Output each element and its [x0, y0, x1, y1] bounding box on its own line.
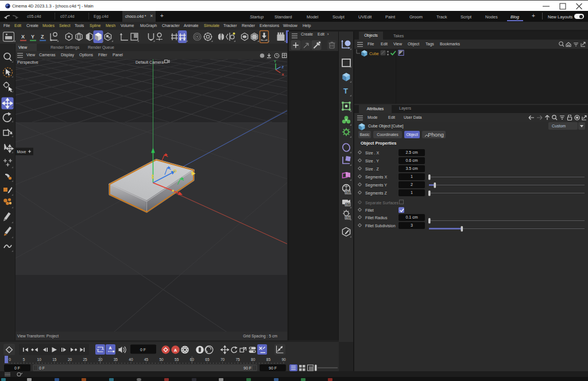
svg-text:Grid Spacing : 5 cm: Grid Spacing : 5 cm — [243, 334, 277, 339]
svg-text:90 F: 90 F — [243, 366, 252, 370]
svg-text:0: 0 — [9, 357, 11, 361]
svg-text:ST: ST — [346, 203, 350, 206]
svg-text:10: 10 — [37, 357, 42, 361]
svg-text:Default Camera: Default Camera — [136, 60, 164, 64]
svg-text:0 F: 0 F — [39, 366, 45, 370]
svg-text:T: T — [343, 87, 348, 95]
svg-text:A: A — [109, 346, 112, 350]
svg-text:Cube: Cube — [369, 52, 379, 56]
svg-text:80: 80 — [251, 357, 256, 361]
svg-text:35: 35 — [114, 357, 118, 361]
svg-text:45: 45 — [144, 357, 149, 361]
svg-text:25: 25 — [83, 357, 87, 361]
svg-text:0 F: 0 F — [14, 366, 20, 370]
svg-text:Z: Z — [41, 34, 44, 40]
svg-text:Move: Move — [17, 150, 26, 154]
svg-text:A: A — [253, 34, 256, 40]
svg-text:15: 15 — [52, 357, 57, 361]
svg-text:5: 5 — [23, 357, 25, 361]
svg-text:40: 40 — [129, 357, 133, 361]
svg-text:0 F: 0 F — [140, 348, 146, 352]
svg-text:65: 65 — [205, 357, 210, 361]
svg-text:55: 55 — [175, 357, 179, 361]
svg-text:ST: ST — [346, 216, 350, 219]
svg-text:X: X — [21, 34, 25, 40]
svg-text:Y: Y — [31, 34, 34, 40]
svg-text:20: 20 — [68, 357, 72, 361]
svg-text:X: X — [282, 73, 284, 76]
svg-text:70: 70 — [220, 357, 225, 361]
svg-text:Perspective: Perspective — [17, 60, 38, 65]
svg-text:A: A — [174, 348, 177, 353]
svg-text:90: 90 — [281, 357, 286, 361]
svg-text:View Transform: Project: View Transform: Project — [17, 334, 59, 339]
svg-text:75: 75 — [235, 357, 240, 361]
svg-text:Y: Y — [274, 60, 276, 63]
svg-text:ST: ST — [346, 190, 350, 194]
svg-text:90 F: 90 F — [269, 366, 277, 370]
svg-text:85: 85 — [266, 357, 271, 361]
svg-text:50: 50 — [159, 357, 164, 361]
svg-text:Z: Z — [282, 65, 284, 69]
